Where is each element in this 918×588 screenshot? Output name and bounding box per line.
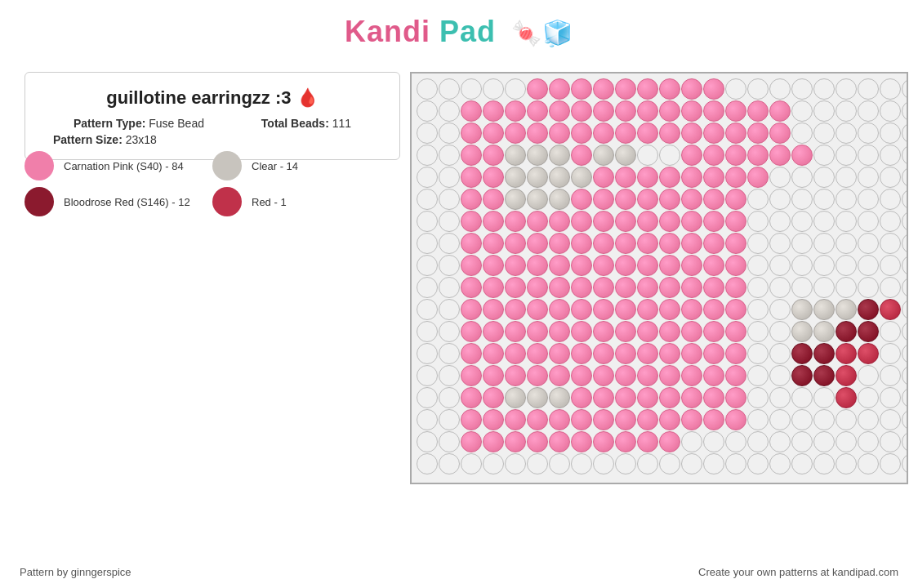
bead [483,122,504,144]
bead [505,387,526,408]
logo-icon: 🍬🧊 [511,20,573,47]
logo: Kandi Pad 🍬🧊 [345,15,573,49]
bead [571,431,592,452]
bead [813,277,835,298]
bead [769,255,791,276]
bead [417,299,438,320]
bead [703,299,724,320]
bead [902,431,908,452]
bead [681,453,702,474]
bead [615,122,636,144]
bead [593,277,614,298]
bead [637,387,658,408]
bead [813,365,835,386]
bead [659,78,680,100]
bead [483,453,504,474]
bead [439,365,460,386]
bead [769,122,791,144]
bead [725,321,746,342]
bead [637,122,658,144]
logo-kandi: Kandi [345,15,430,48]
bead [593,343,614,364]
bead [725,145,746,166]
bead [880,453,901,474]
pattern-type: Pattern Type: Fuse Bead [74,117,204,130]
bead [725,211,746,232]
bead [880,409,901,430]
bead [439,321,460,342]
bead [549,321,570,342]
bead [791,365,813,386]
bead [483,78,504,100]
bead [659,255,680,276]
bead [858,365,879,386]
bead [417,167,438,188]
bead [791,189,813,210]
bead [813,189,835,210]
bead [681,122,702,144]
bead [813,211,835,232]
bead [659,211,680,232]
pattern-meta: Pattern Type: Fuse Bead Total Beads: 111 [45,117,380,130]
bead [858,233,879,254]
bead [593,255,614,276]
bead [483,189,504,210]
bead [549,453,570,474]
bead [880,122,901,144]
clear-label: Clear - 14 [252,160,298,172]
bead [549,122,570,144]
bead [483,387,504,408]
bead [527,343,548,364]
bead-grid-container [410,72,908,484]
bead [858,167,879,188]
legend: Carnation Pink (S40) - 84 Clear - 14 Blo… [25,151,400,223]
bead [747,78,769,100]
bead [769,211,791,232]
bead [902,233,908,254]
type-value: Fuse Bead [149,117,204,130]
bead [637,233,658,254]
logo-pad: Pad [439,15,496,48]
bead [747,299,769,320]
bead [483,277,504,298]
bead [703,343,724,364]
bead [791,255,813,276]
bead [769,78,791,100]
pattern-beads: Total Beads: 111 [261,117,351,130]
bead [637,255,658,276]
bead [659,189,680,210]
bead [836,299,857,320]
bead [769,409,791,430]
bead [703,409,724,430]
bead [593,189,614,210]
bead [791,431,813,452]
bead [703,255,724,276]
bead [880,365,901,386]
bead [461,78,482,100]
bead [769,189,791,210]
bead [681,211,702,232]
bead [505,145,526,166]
bead [615,453,636,474]
bead [659,167,680,188]
bead [836,233,857,254]
bead [549,189,570,210]
bead [858,453,879,474]
bead [593,453,614,474]
bead [549,365,570,386]
bead [461,277,482,298]
bead [527,255,548,276]
bead [791,145,813,166]
bead [791,100,813,122]
bead [417,255,438,276]
bead [659,321,680,342]
bead [769,100,791,122]
bead [813,145,835,166]
bead [902,387,908,408]
bead [527,409,548,430]
bead [769,365,791,386]
bead [439,167,460,188]
bead [880,211,901,232]
bead [593,211,614,232]
bead [505,453,526,474]
